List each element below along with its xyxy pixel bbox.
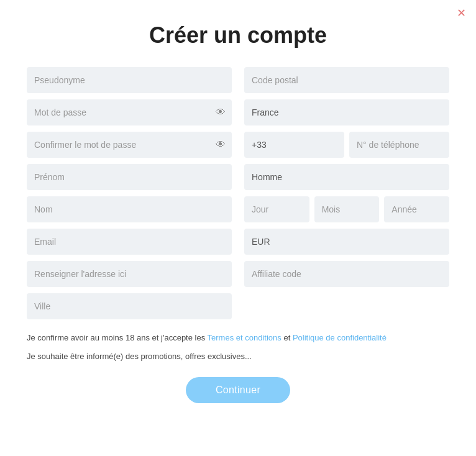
genre-input[interactable] [244, 164, 449, 190]
annee-input[interactable] [384, 196, 449, 222]
code-postal-input[interactable] [244, 67, 449, 93]
dob-row [244, 196, 449, 222]
nom-input[interactable] [27, 196, 232, 222]
email-input[interactable] [27, 229, 232, 255]
pays-field-wrapper [244, 99, 449, 125]
nom-field-wrapper [27, 196, 232, 222]
affiliate-field-wrapper [244, 261, 449, 287]
devise-field-wrapper [244, 229, 449, 255]
devise-input[interactable] [244, 229, 449, 255]
mot-de-passe-input[interactable] [27, 99, 232, 125]
privacy-link[interactable]: Politique de confidentialité [293, 333, 387, 342]
confirmer-field-wrapper: 👁 [27, 132, 232, 158]
pseudonyme-field-wrapper [27, 67, 232, 93]
confirmer-mot-de-passe-input[interactable] [27, 132, 232, 158]
promo-text: Je souhaite être informé(e) des promotio… [27, 350, 449, 363]
mois-input[interactable] [314, 196, 380, 222]
code-postal-field-wrapper [244, 67, 449, 93]
continuer-button[interactable]: Continuer [186, 377, 290, 403]
prenom-field-wrapper [27, 164, 232, 190]
terms-section: Je confirme avoir au moins 18 ans et j'a… [27, 332, 449, 362]
adresse-field-wrapper [27, 261, 232, 287]
ville-field-wrapper [27, 293, 232, 319]
phone-row [244, 132, 449, 158]
adresse-input[interactable] [27, 261, 232, 287]
mot-de-passe-field-wrapper: 👁 [27, 99, 232, 125]
terms-text: Je confirme avoir au moins 18 ans et j'a… [27, 332, 449, 344]
affiliate-input[interactable] [244, 261, 449, 287]
email-field-wrapper [27, 229, 232, 255]
phone-prefix-input[interactable] [244, 132, 344, 158]
close-button[interactable]: ✕ [457, 7, 466, 19]
close-icon: ✕ [457, 7, 466, 19]
phone-input[interactable] [349, 132, 449, 158]
terms-text-before: Je confirme avoir au moins 18 ans et j'a… [27, 333, 208, 342]
ville-input[interactable] [27, 293, 232, 319]
terms-link[interactable]: Termes et conditions [208, 333, 281, 342]
pseudonyme-input[interactable] [27, 67, 232, 93]
genre-field-wrapper [244, 164, 449, 190]
page-title: Créer un compte [149, 22, 327, 48]
prenom-input[interactable] [27, 164, 232, 190]
right-column [244, 67, 449, 319]
jour-input[interactable] [244, 196, 309, 222]
pays-input[interactable] [244, 99, 449, 125]
form-container: 👁 👁 [27, 67, 449, 319]
left-column: 👁 👁 [27, 67, 232, 319]
terms-et-label: et [283, 333, 290, 342]
